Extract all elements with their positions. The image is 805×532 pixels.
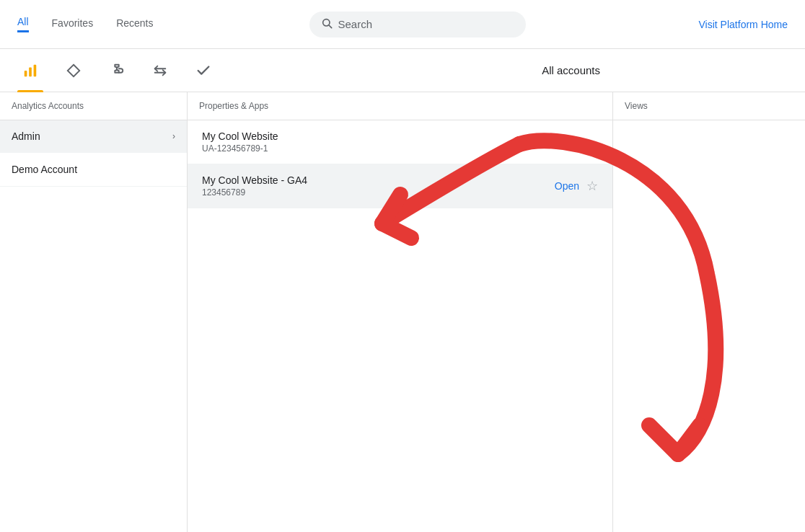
top-nav: All Favorites Recents Search Visit Platf… — [0, 0, 805, 49]
svg-rect-4 — [34, 64, 37, 76]
accounts-panel-header: Analytics Accounts — [0, 92, 187, 120]
views-panel: Views — [613, 92, 805, 532]
tab-favorites[interactable]: Favorites — [52, 17, 94, 32]
accounts-panel: Analytics Accounts Admin › Demo Account — [0, 92, 188, 532]
property-ua-name: My Cool Website — [202, 130, 278, 142]
all-accounts-label: All accounts — [542, 64, 600, 76]
properties-panel-header: Properties & Apps — [188, 92, 612, 120]
account-name-admin: Admin — [12, 130, 40, 142]
property-item-ga4-header: My Cool Website - GA4 123456789 Open ☆ — [202, 174, 598, 198]
star-icon[interactable]: ☆ — [586, 178, 598, 194]
property-ua-info: My Cool Website UA-123456789-1 — [202, 130, 278, 154]
bar-chart-icon[interactable] — [17, 58, 43, 84]
visit-platform-link[interactable]: Visit Platform Home — [699, 19, 788, 30]
puzzle-icon[interactable] — [104, 58, 130, 84]
toolbar: All accounts — [0, 49, 805, 92]
svg-line-1 — [329, 25, 332, 28]
check-icon[interactable] — [190, 58, 216, 84]
property-ga4-id: 123456789 — [202, 187, 307, 198]
views-panel-header: Views — [613, 92, 805, 120]
account-item-admin[interactable]: Admin › — [0, 120, 187, 153]
open-link[interactable]: Open — [555, 180, 579, 192]
property-item-ua-header: My Cool Website UA-123456789-1 — [202, 130, 598, 154]
property-ua-id: UA-123456789-1 — [202, 143, 278, 154]
tab-recents[interactable]: Recents — [116, 17, 153, 32]
account-name-demo: Demo Account — [12, 164, 77, 175]
tab-all[interactable]: All — [17, 16, 29, 32]
main-content: Analytics Accounts Admin › Demo Account … — [0, 92, 805, 532]
svg-rect-3 — [29, 67, 32, 76]
account-item-demo[interactable]: Demo Account — [0, 153, 187, 187]
svg-rect-2 — [25, 71, 27, 76]
chevron-right-icon: › — [172, 131, 175, 141]
search-bar[interactable]: Search — [309, 12, 526, 37]
arrows-icon[interactable] — [147, 58, 173, 84]
property-item-ga4[interactable]: My Cool Website - GA4 123456789 Open ☆ — [188, 164, 612, 208]
property-ga4-actions: Open ☆ — [555, 178, 598, 194]
nav-tabs: All Favorites Recents — [17, 16, 154, 32]
search-icon — [321, 17, 333, 32]
diamond-icon[interactable] — [61, 58, 87, 84]
property-item-ua[interactable]: My Cool Website UA-123456789-1 — [188, 120, 612, 164]
property-ga4-info: My Cool Website - GA4 123456789 — [202, 174, 307, 198]
properties-panel: Properties & Apps My Cool Website UA-123… — [188, 92, 613, 532]
search-placeholder: Search — [338, 18, 373, 30]
property-ga4-name: My Cool Website - GA4 — [202, 174, 307, 186]
